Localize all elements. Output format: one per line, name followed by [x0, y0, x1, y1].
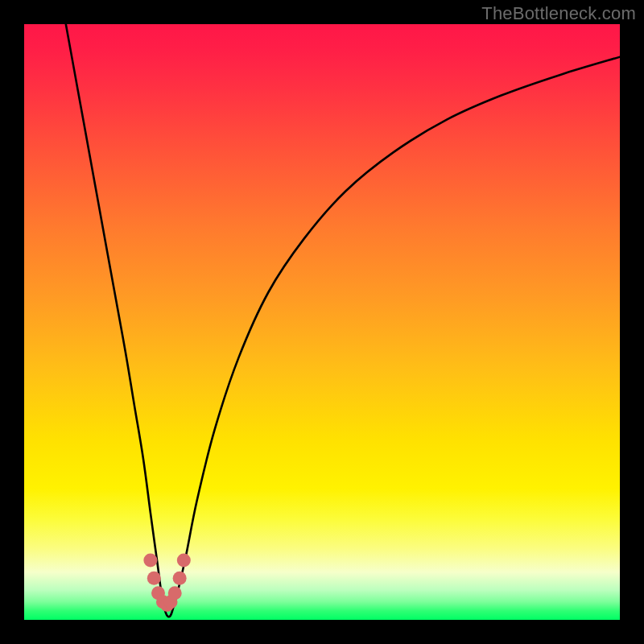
curve-layer — [24, 24, 620, 620]
chart-frame: TheBottleneck.com — [0, 0, 644, 644]
marker-dot — [168, 586, 182, 600]
highlight-markers — [143, 554, 190, 613]
marker-dot — [173, 572, 187, 585]
marker-dot — [147, 572, 161, 585]
plot-area — [24, 24, 620, 620]
marker-dot — [143, 554, 157, 568]
watermark-text: TheBottleneck.com — [481, 3, 636, 24]
marker-dot — [177, 554, 191, 568]
bottleneck-curve — [66, 24, 620, 617]
